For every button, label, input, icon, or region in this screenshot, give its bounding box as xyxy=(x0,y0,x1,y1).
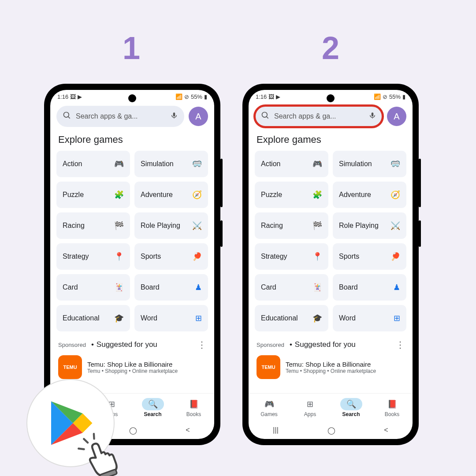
strategy-icon: 📍 xyxy=(312,252,322,261)
category-label: Adventure xyxy=(339,191,371,199)
category-strategy[interactable]: Strategy📍 xyxy=(255,243,328,270)
simulation-icon: 🥽 xyxy=(390,159,400,169)
nav-search[interactable]: 🔍Search xyxy=(336,398,367,417)
category-board[interactable]: Board♟ xyxy=(333,274,406,301)
more-icon[interactable]: ⋮ xyxy=(197,339,206,350)
category-action[interactable]: Action🎮 xyxy=(255,151,328,177)
mic-icon[interactable] xyxy=(368,112,376,121)
app-meta: Temu • Shopping • Online marketplace xyxy=(286,368,405,374)
category-label: Sports xyxy=(141,253,161,260)
nav-books[interactable]: 📕Books xyxy=(377,398,408,417)
category-puzzle[interactable]: Puzzle🧩 xyxy=(56,182,130,208)
app-icon: TEMU xyxy=(257,355,280,379)
volume-button xyxy=(220,159,223,207)
svg-line-8 xyxy=(78,447,84,451)
suggested-heading: Sponsored • Suggested for you ⋮ xyxy=(56,331,208,353)
category-label: Puzzle xyxy=(63,191,84,199)
back-button[interactable]: < xyxy=(186,426,190,434)
category-simulation[interactable]: Simulation🥽 xyxy=(134,151,208,177)
nav-search[interactable]: 🔍Search xyxy=(138,398,168,417)
category-label: Board xyxy=(141,283,160,291)
books-icon: 📕 xyxy=(183,398,205,410)
nav-label: Games xyxy=(260,411,278,417)
category-label: Board xyxy=(339,283,358,291)
app-row-temu[interactable]: TEMU Temu: Shop Like a Billionaire Temu … xyxy=(255,353,406,381)
category-action[interactable]: Action🎮 xyxy=(56,151,130,177)
search-placeholder: Search apps & ga... xyxy=(274,112,336,120)
roleplaying-icon: ⚔️ xyxy=(192,221,202,231)
camera-dot xyxy=(327,94,335,102)
action-icon: 🎮 xyxy=(312,159,322,169)
home-button[interactable]: ◯ xyxy=(327,426,335,435)
nav-books[interactable]: 📕Books xyxy=(178,398,209,417)
category-label: Strategy xyxy=(63,253,89,260)
battery-percent: 55% xyxy=(191,93,202,100)
category-word[interactable]: Word⊞ xyxy=(134,305,208,331)
category-strategy[interactable]: Strategy📍 xyxy=(56,243,130,270)
educational-icon: 🎓 xyxy=(114,313,124,323)
category-label: Educational xyxy=(63,314,100,322)
simulation-icon: 🥽 xyxy=(192,159,202,169)
search-bar[interactable]: Search apps & ga... xyxy=(56,106,184,127)
category-grid: Action🎮 Simulation🥽 Puzzle🧩 Adventure🧭 R… xyxy=(255,151,406,331)
category-card[interactable]: Card🃏 xyxy=(255,274,328,301)
search-bar-highlighted[interactable]: Search apps & ga... xyxy=(255,106,383,127)
svg-rect-2 xyxy=(173,112,175,116)
category-racing[interactable]: Racing🏁 xyxy=(56,212,130,239)
category-simulation[interactable]: Simulation🥽 xyxy=(333,151,406,177)
category-puzzle[interactable]: Puzzle🧩 xyxy=(255,182,328,208)
app-row-temu[interactable]: TEMU Temu: Shop Like a Billionaire Temu … xyxy=(56,353,208,381)
card-icon: 🃏 xyxy=(312,283,322,292)
nav-games[interactable]: 🎮Games xyxy=(254,398,285,417)
profile-avatar[interactable]: A xyxy=(387,107,406,126)
dnd-icon: ⊘ xyxy=(184,93,189,100)
phone-frame-2: 1:16 🖼 ▶ 📶 ⊘ 55% ▮ Search apps & ga... xyxy=(242,84,419,445)
category-roleplaying[interactable]: Role Playing⚔️ xyxy=(333,212,406,239)
category-sports[interactable]: Sports🏓 xyxy=(134,243,208,270)
status-time: 1:16 xyxy=(57,93,68,100)
mic-icon[interactable] xyxy=(170,112,178,121)
category-label: Puzzle xyxy=(261,191,282,199)
svg-line-7 xyxy=(93,434,96,439)
category-adventure[interactable]: Adventure🧭 xyxy=(333,182,406,208)
category-label: Card xyxy=(261,283,276,291)
suggested-title: Suggested for you xyxy=(295,340,356,349)
more-icon[interactable]: ⋮ xyxy=(396,339,405,350)
back-button[interactable]: < xyxy=(384,426,388,434)
category-label: Racing xyxy=(63,222,85,230)
svg-line-6 xyxy=(84,438,88,443)
category-sports[interactable]: Sports🏓 xyxy=(333,243,406,270)
educational-icon: 🎓 xyxy=(312,313,322,323)
step-number-2: 2 xyxy=(317,30,344,66)
adventure-icon: 🧭 xyxy=(192,190,202,200)
play-store-tap-overlay xyxy=(26,379,115,467)
category-label: Strategy xyxy=(261,253,287,260)
screen-2: 1:16 🖼 ▶ 📶 ⊘ 55% ▮ Search apps & ga... xyxy=(249,90,413,439)
explore-heading: Explore games xyxy=(50,130,214,151)
step-number-1: 1 xyxy=(118,30,145,66)
category-card[interactable]: Card🃏 xyxy=(56,274,130,301)
word-icon: ⊞ xyxy=(394,313,400,323)
status-image-icon: 🖼 xyxy=(268,93,274,100)
category-racing[interactable]: Racing🏁 xyxy=(255,212,328,239)
category-adventure[interactable]: Adventure🧭 xyxy=(134,182,208,208)
search-icon xyxy=(261,111,270,122)
home-button[interactable]: ◯ xyxy=(129,426,137,435)
app-icon: TEMU xyxy=(58,355,82,379)
battery-percent: 55% xyxy=(389,93,401,100)
category-roleplaying[interactable]: Role Playing⚔️ xyxy=(134,212,208,239)
category-educational[interactable]: Educational🎓 xyxy=(56,305,130,331)
category-board[interactable]: Board♟ xyxy=(134,274,208,301)
app-meta: Temu • Shopping • Online marketplace xyxy=(87,368,206,374)
explore-heading: Explore games xyxy=(249,130,413,151)
profile-avatar[interactable]: A xyxy=(189,107,208,126)
puzzle-icon: 🧩 xyxy=(114,190,124,200)
category-word[interactable]: Word⊞ xyxy=(333,305,406,331)
apps-icon: ⊞ xyxy=(299,398,321,410)
roleplaying-icon: ⚔️ xyxy=(390,221,400,231)
category-grid: Action🎮 Simulation🥽 Puzzle🧩 Adventure🧭 R… xyxy=(56,151,208,331)
category-educational[interactable]: Educational🎓 xyxy=(255,305,328,331)
category-label: Simulation xyxy=(339,160,372,168)
recents-button[interactable]: ||| xyxy=(273,426,278,434)
nav-apps[interactable]: ⊞Apps xyxy=(295,398,326,417)
